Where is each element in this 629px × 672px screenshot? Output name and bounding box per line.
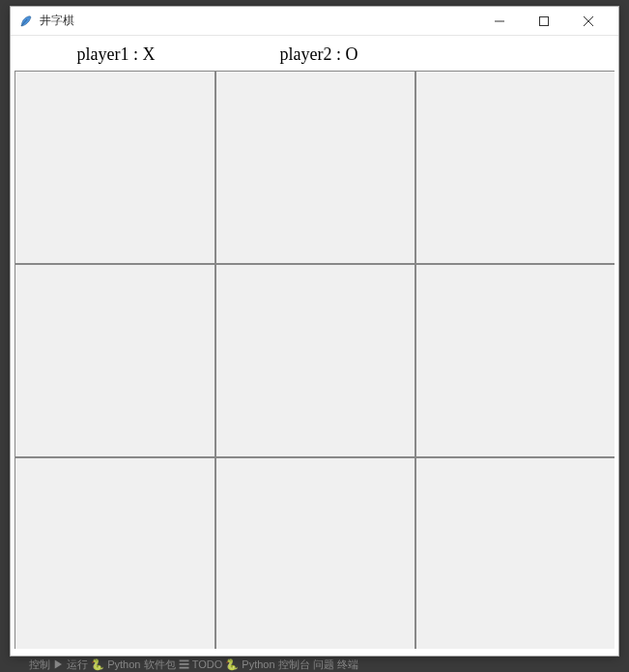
minimize-icon [495, 16, 504, 26]
cell-1-1[interactable] [215, 264, 416, 457]
cell-2-1[interactable] [215, 457, 416, 649]
ide-status-bar: 控制 ▶ 运行 🐍 Python 软件包 ☰ TODO 🐍 Python 控制台… [0, 657, 629, 672]
game-window: 井字棋 player1 : X player2 : O [10, 6, 619, 657]
window-controls [477, 7, 611, 36]
close-icon [584, 16, 593, 26]
cell-1-0[interactable] [14, 264, 215, 457]
maximize-button[interactable] [522, 7, 566, 36]
cell-2-2[interactable] [415, 457, 615, 649]
player1-label: player1 : X [14, 44, 217, 65]
minimize-button[interactable] [477, 7, 522, 36]
ide-status-text: 控制 ▶ 运行 🐍 Python 软件包 ☰ TODO 🐍 Python 控制台… [29, 658, 358, 670]
cell-0-2[interactable] [415, 71, 615, 264]
window-content: player1 : X player2 : O [11, 36, 618, 653]
maximize-icon [539, 16, 549, 26]
close-button[interactable] [566, 7, 611, 36]
game-board [14, 71, 615, 649]
cell-1-2[interactable] [415, 264, 615, 457]
player-info-row: player1 : X player2 : O [14, 40, 615, 69]
cell-2-0[interactable] [14, 457, 215, 649]
board-wrapper [14, 69, 615, 649]
cell-0-1[interactable] [215, 71, 416, 264]
tk-feather-icon [18, 14, 34, 29]
window-title: 井字棋 [40, 13, 477, 29]
player2-label: player2 : O [217, 44, 420, 65]
titlebar: 井字棋 [11, 7, 618, 36]
cell-0-0[interactable] [14, 71, 215, 264]
svg-rect-2 [540, 16, 549, 25]
